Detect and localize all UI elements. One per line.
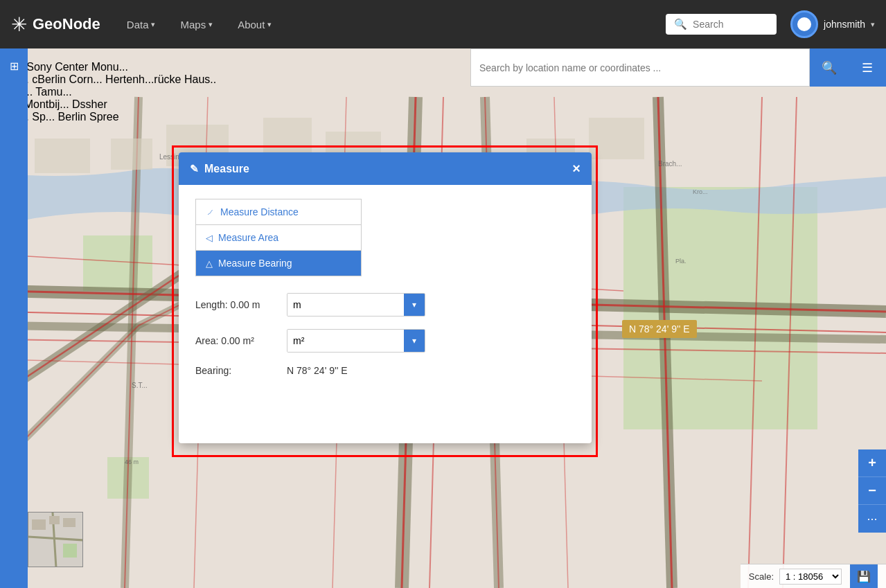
measure-length-label: Length: 0.00 m	[195, 299, 278, 310]
measure-dialog: ✎ Measure × ⟋ Measure Distance ◁ Measure…	[179, 152, 592, 443]
location-search-icon: 🔍	[822, 60, 837, 75]
nav-maps-label: Maps	[180, 19, 206, 30]
save-icon: 💾	[857, 570, 871, 583]
measure-bearing-icon: △	[206, 258, 213, 269]
nav-about-label: About	[238, 19, 265, 30]
measure-area-label: Measure Area	[218, 232, 278, 243]
username-label: johnsmith	[824, 19, 865, 30]
measure-body: ⟋ Measure Distance ◁ Measure Area △ Meas…	[179, 185, 592, 390]
measure-length-unit-wrapper: m km ft mi ▾	[287, 293, 425, 317]
measure-area-icon: ◁	[206, 233, 213, 243]
navbar: ✳ GeoNode Data ▾ Maps ▾ About ▾ 🔍 johnsm…	[0, 0, 886, 48]
svg-rect-19	[32, 519, 46, 530]
map-top-toolbar: 🔍 ☰	[28, 48, 886, 87]
measure-title: Measure	[204, 163, 249, 175]
svg-rect-6	[263, 118, 312, 156]
nav-data-chevron-icon: ▾	[151, 20, 155, 29]
nav-about-chevron-icon: ▾	[267, 20, 272, 29]
search-input[interactable]	[693, 19, 762, 30]
measure-area-row: Area: 0.00 m² m² km² ft² mi² ▾	[195, 329, 575, 353]
minimap[interactable]	[28, 512, 83, 567]
measure-header: ✎ Measure ×	[179, 152, 592, 185]
svg-rect-9	[589, 118, 644, 159]
measure-tabs: ⟋ Measure Distance ◁ Measure Area △ Meas…	[195, 199, 362, 276]
scale-bar: Scale: 1 : 18056 1 : 10000 1 : 50000 💾	[741, 564, 886, 588]
measure-length-row: Length: 0.00 m m km ft mi ▾	[195, 293, 575, 317]
nav-maps-chevron-icon: ▾	[209, 20, 213, 29]
minimap-canvas	[28, 513, 83, 567]
nav-maps[interactable]: Maps ▾	[170, 13, 222, 36]
zoom-more-button[interactable]: ···	[858, 505, 886, 533]
nav-data-label: Data	[127, 19, 149, 30]
bearing-tooltip: N 78° 24' 9'' E	[622, 320, 697, 338]
zoom-out-button[interactable]: −	[858, 477, 886, 505]
svg-text:Brach...: Brach...	[658, 160, 682, 168]
svg-text:S.T...: S.T...	[132, 382, 148, 389]
measure-bearing-label: Measure Bearing	[218, 258, 292, 269]
measure-area-tab[interactable]: ◁ Measure Area	[196, 225, 361, 251]
measure-area-unit-arrow[interactable]: ▾	[404, 329, 425, 353]
logo: ✳ GeoNode	[11, 13, 100, 36]
search-icon: 🔍	[674, 18, 687, 30]
logo-icon: ✳	[11, 13, 27, 36]
measure-distance-label: Measure Distance	[220, 206, 299, 217]
user-avatar	[790, 10, 818, 38]
user-avatar-inner	[797, 17, 811, 31]
measure-close-button[interactable]: ×	[572, 161, 581, 177]
pencil-icon: ✎	[190, 163, 199, 175]
logo-text: GeoNode	[33, 15, 100, 33]
nav-about[interactable]: About ▾	[228, 13, 281, 36]
location-search-button[interactable]: 🔍	[810, 48, 848, 87]
location-search-bar	[470, 48, 810, 87]
layers-icon[interactable]: ⊞	[4, 54, 24, 78]
measure-header-left: ✎ Measure	[190, 163, 249, 175]
measure-bearing-value: N 78° 24' 9'' E	[287, 365, 348, 376]
measure-length-unit-arrow[interactable]: ▾	[404, 293, 425, 317]
svg-rect-3	[35, 139, 90, 173]
svg-text:Kro...: Kro...	[693, 188, 708, 195]
measure-area-label-text: Area: 0.00 m²	[195, 335, 278, 346]
zoom-controls: + − ···	[858, 449, 886, 533]
nav-data[interactable]: Data ▾	[117, 13, 166, 36]
zoom-in-button[interactable]: +	[858, 449, 886, 477]
measure-distance-icon: ⟋	[206, 207, 215, 217]
user-area: johnsmith ▾	[790, 10, 875, 38]
svg-rect-20	[49, 516, 60, 524]
measure-distance-tab[interactable]: ⟋ Measure Distance	[196, 199, 361, 225]
measure-bearing-label-text: Bearing:	[195, 365, 278, 376]
save-map-button[interactable]: 💾	[850, 564, 878, 589]
measure-area-unit-wrapper: m² km² ft² mi² ▾	[287, 329, 425, 353]
svg-text:46 m: 46 m	[125, 458, 139, 465]
measure-bearing-tab[interactable]: △ Measure Bearing	[196, 251, 361, 276]
measure-area-unit-select[interactable]: m² km² ft² mi²	[287, 330, 404, 352]
global-search-box: 🔍	[666, 14, 777, 35]
hamburger-icon: ☰	[862, 60, 873, 75]
measure-length-unit-select[interactable]: m km ft mi	[287, 294, 404, 316]
left-sidebar: ⊞	[0, 48, 28, 588]
measure-fields: Length: 0.00 m m km ft mi ▾ Area: 0.00 m…	[195, 293, 575, 376]
svg-text:Pla.: Pla.	[675, 258, 686, 265]
svg-rect-4	[111, 139, 152, 170]
location-search-input[interactable]	[479, 62, 801, 73]
svg-rect-22	[63, 544, 77, 558]
svg-rect-21	[63, 518, 76, 527]
scale-label: Scale:	[749, 571, 774, 582]
scale-dropdown[interactable]: 1 : 18056 1 : 10000 1 : 50000	[779, 569, 842, 585]
hamburger-button[interactable]: ☰	[848, 48, 886, 87]
user-chevron-icon: ▾	[871, 20, 875, 29]
measure-bearing-row: Bearing: N 78° 24' 9'' E	[195, 365, 575, 376]
